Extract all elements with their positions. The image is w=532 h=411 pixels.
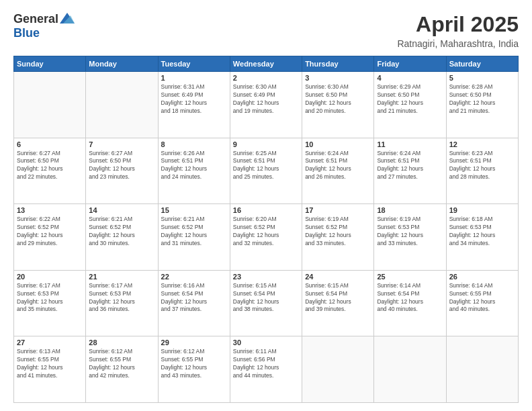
day-detail: Sunrise: 6:12 AMSunset: 6:55 PMDaylight:…: [161, 348, 227, 380]
day-number: 7: [89, 140, 154, 148]
calendar-cell: 8Sunrise: 6:26 AMSunset: 6:51 PMDaylight…: [158, 138, 230, 204]
day-header-friday: Friday: [374, 56, 446, 72]
day-number: 22: [161, 273, 227, 281]
day-detail: Sunrise: 6:23 AMSunset: 6:51 PMDaylight:…: [449, 150, 515, 182]
calendar-cell: 25Sunrise: 6:14 AMSunset: 6:54 PMDayligh…: [374, 270, 446, 336]
day-number: 11: [377, 140, 443, 148]
day-number: 18: [377, 206, 443, 214]
day-detail: Sunrise: 6:26 AMSunset: 6:51 PMDaylight:…: [161, 150, 227, 182]
day-detail: Sunrise: 6:27 AMSunset: 6:50 PMDaylight:…: [89, 150, 154, 182]
calendar-week-3: 20Sunrise: 6:17 AMSunset: 6:53 PMDayligh…: [14, 270, 519, 336]
day-header-tuesday: Tuesday: [158, 56, 230, 72]
day-number: 3: [305, 74, 371, 82]
day-number: 4: [377, 74, 443, 82]
day-detail: Sunrise: 6:15 AMSunset: 6:54 PMDaylight:…: [233, 282, 299, 314]
calendar-cell: 7Sunrise: 6:27 AMSunset: 6:50 PMDaylight…: [86, 138, 158, 204]
day-number: 10: [305, 140, 371, 148]
calendar-table: SundayMondayTuesdayWednesdayThursdayFrid…: [13, 56, 519, 403]
day-detail: Sunrise: 6:19 AMSunset: 6:53 PMDaylight:…: [377, 216, 443, 248]
calendar-cell: 22Sunrise: 6:16 AMSunset: 6:54 PMDayligh…: [158, 270, 230, 336]
day-header-monday: Monday: [86, 56, 158, 72]
calendar-cell: 16Sunrise: 6:20 AMSunset: 6:52 PMDayligh…: [230, 204, 302, 271]
calendar-cell: 17Sunrise: 6:19 AMSunset: 6:52 PMDayligh…: [302, 204, 374, 271]
calendar-cell: 20Sunrise: 6:17 AMSunset: 6:53 PMDayligh…: [14, 270, 86, 336]
calendar-week-2: 13Sunrise: 6:22 AMSunset: 6:52 PMDayligh…: [14, 204, 519, 271]
day-header-thursday: Thursday: [302, 56, 374, 72]
day-number: 28: [89, 338, 154, 347]
day-detail: Sunrise: 6:25 AMSunset: 6:51 PMDaylight:…: [233, 150, 299, 182]
day-header-wednesday: Wednesday: [230, 56, 302, 72]
day-detail: Sunrise: 6:24 AMSunset: 6:51 PMDaylight:…: [377, 150, 443, 182]
day-number: 9: [233, 140, 299, 148]
day-number: 16: [233, 206, 299, 214]
calendar-location: Ratnagiri, Maharashtra, India: [397, 38, 519, 49]
calendar-week-1: 6Sunrise: 6:27 AMSunset: 6:50 PMDaylight…: [14, 138, 519, 204]
day-detail: Sunrise: 6:30 AMSunset: 6:50 PMDaylight:…: [305, 83, 371, 116]
day-detail: Sunrise: 6:15 AMSunset: 6:54 PMDaylight:…: [305, 282, 371, 314]
day-detail: Sunrise: 6:11 AMSunset: 6:56 PMDaylight:…: [233, 348, 299, 380]
header: General Blue April 2025 Ratnagiri, Mahar…: [13, 12, 519, 49]
day-number: 15: [161, 206, 227, 214]
day-detail: Sunrise: 6:14 AMSunset: 6:54 PMDaylight:…: [377, 282, 443, 314]
logo: General Blue: [13, 12, 75, 40]
page: General Blue April 2025 Ratnagiri, Mahar…: [0, 0, 532, 411]
calendar-cell: 9Sunrise: 6:25 AMSunset: 6:51 PMDaylight…: [230, 138, 302, 204]
day-number: 23: [233, 273, 299, 281]
day-number: 17: [305, 206, 371, 214]
title-block: April 2025 Ratnagiri, Maharashtra, India: [397, 12, 519, 49]
logo-icon: [60, 13, 75, 24]
calendar-cell: [374, 336, 446, 403]
day-detail: Sunrise: 6:20 AMSunset: 6:52 PMDaylight:…: [233, 216, 299, 248]
day-detail: Sunrise: 6:19 AMSunset: 6:52 PMDaylight:…: [305, 216, 371, 248]
calendar-cell: [86, 72, 158, 138]
day-detail: Sunrise: 6:24 AMSunset: 6:51 PMDaylight:…: [305, 150, 371, 182]
calendar-cell: 5Sunrise: 6:28 AMSunset: 6:50 PMDaylight…: [446, 72, 518, 138]
calendar-cell: 3Sunrise: 6:30 AMSunset: 6:50 PMDaylight…: [302, 72, 374, 138]
day-number: 1: [161, 74, 227, 82]
day-detail: Sunrise: 6:29 AMSunset: 6:50 PMDaylight:…: [377, 83, 443, 116]
calendar-cell: 12Sunrise: 6:23 AMSunset: 6:51 PMDayligh…: [446, 138, 518, 204]
day-header-saturday: Saturday: [446, 56, 518, 72]
calendar-title: April 2025: [397, 12, 519, 37]
day-number: 14: [89, 206, 154, 214]
day-header-sunday: Sunday: [14, 56, 86, 72]
calendar-week-4: 27Sunrise: 6:13 AMSunset: 6:55 PMDayligh…: [14, 336, 519, 403]
calendar-cell: 11Sunrise: 6:24 AMSunset: 6:51 PMDayligh…: [374, 138, 446, 204]
day-detail: Sunrise: 6:28 AMSunset: 6:50 PMDaylight:…: [449, 83, 515, 116]
calendar-cell: 24Sunrise: 6:15 AMSunset: 6:54 PMDayligh…: [302, 270, 374, 336]
calendar-cell: 21Sunrise: 6:17 AMSunset: 6:53 PMDayligh…: [86, 270, 158, 336]
calendar-cell: 30Sunrise: 6:11 AMSunset: 6:56 PMDayligh…: [230, 336, 302, 403]
day-number: 25: [377, 273, 443, 281]
calendar-cell: 15Sunrise: 6:21 AMSunset: 6:52 PMDayligh…: [158, 204, 230, 271]
day-detail: Sunrise: 6:18 AMSunset: 6:53 PMDaylight:…: [449, 216, 515, 248]
day-number: 30: [233, 338, 299, 347]
day-number: 2: [233, 74, 299, 82]
calendar-cell: 6Sunrise: 6:27 AMSunset: 6:50 PMDaylight…: [14, 138, 86, 204]
calendar-cell: 29Sunrise: 6:12 AMSunset: 6:55 PMDayligh…: [158, 336, 230, 403]
calendar-cell: [302, 336, 374, 403]
calendar-cell: 28Sunrise: 6:12 AMSunset: 6:55 PMDayligh…: [86, 336, 158, 403]
day-detail: Sunrise: 6:22 AMSunset: 6:52 PMDaylight:…: [17, 216, 83, 248]
calendar-cell: 23Sunrise: 6:15 AMSunset: 6:54 PMDayligh…: [230, 270, 302, 336]
day-number: 5: [449, 74, 515, 82]
logo-blue-text: Blue: [13, 26, 40, 40]
day-number: 27: [17, 338, 83, 347]
day-detail: Sunrise: 6:30 AMSunset: 6:49 PMDaylight:…: [233, 83, 299, 116]
calendar-cell: 1Sunrise: 6:31 AMSunset: 6:49 PMDaylight…: [158, 72, 230, 138]
day-number: 12: [449, 140, 515, 148]
day-number: 21: [89, 273, 154, 281]
day-number: 8: [161, 140, 227, 148]
calendar-cell: 26Sunrise: 6:14 AMSunset: 6:55 PMDayligh…: [446, 270, 518, 336]
calendar-header-row: SundayMondayTuesdayWednesdayThursdayFrid…: [14, 56, 519, 72]
logo-general-text: General: [13, 12, 58, 26]
calendar-cell: [446, 336, 518, 403]
calendar-cell: 19Sunrise: 6:18 AMSunset: 6:53 PMDayligh…: [446, 204, 518, 271]
calendar-cell: 4Sunrise: 6:29 AMSunset: 6:50 PMDaylight…: [374, 72, 446, 138]
day-detail: Sunrise: 6:17 AMSunset: 6:53 PMDaylight:…: [17, 282, 83, 314]
day-detail: Sunrise: 6:14 AMSunset: 6:55 PMDaylight:…: [449, 282, 515, 314]
calendar-cell: 2Sunrise: 6:30 AMSunset: 6:49 PMDaylight…: [230, 72, 302, 138]
calendar-cell: 13Sunrise: 6:22 AMSunset: 6:52 PMDayligh…: [14, 204, 86, 271]
day-detail: Sunrise: 6:16 AMSunset: 6:54 PMDaylight:…: [161, 282, 227, 314]
day-detail: Sunrise: 6:27 AMSunset: 6:50 PMDaylight:…: [17, 150, 83, 182]
calendar-cell: [14, 72, 86, 138]
